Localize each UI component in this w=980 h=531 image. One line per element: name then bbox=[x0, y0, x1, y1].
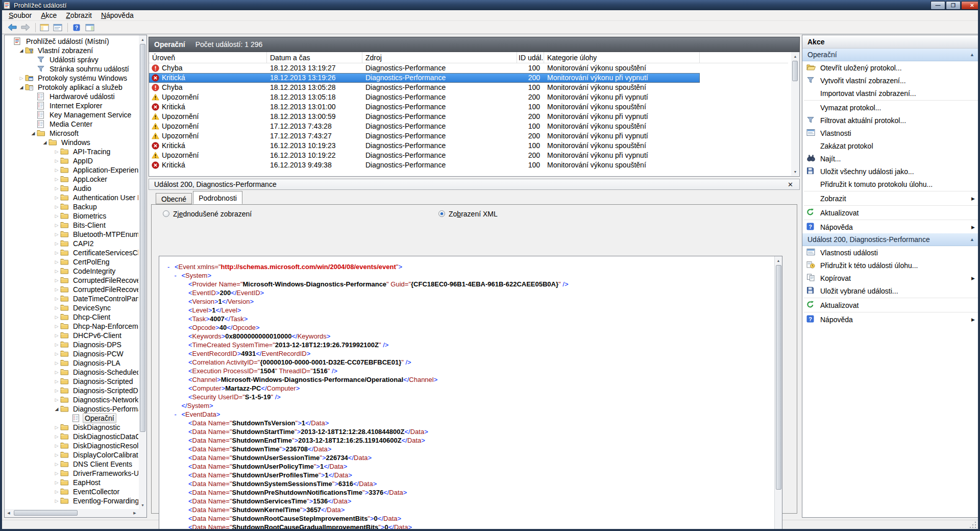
scroll-thumb[interactable] bbox=[776, 265, 781, 490]
list-vertical-scrollbar[interactable]: ▲ ▼ bbox=[791, 52, 799, 176]
event-row[interactable]: Upozornění16.12.2013 10:19:22Diagnostics… bbox=[149, 151, 700, 160]
tree-item[interactable]: ▷Diagnosis-Scheduled bbox=[5, 368, 138, 377]
tree-item[interactable]: ▷DHCPv6-Client bbox=[5, 331, 138, 340]
expander-closed-icon[interactable]: ▷ bbox=[53, 312, 60, 322]
expander-closed-icon[interactable]: ▷ bbox=[53, 294, 60, 303]
column-header-src[interactable]: Zdroj bbox=[362, 52, 517, 63]
event-row[interactable]: Upozornění17.12.2013 7:43:28Diagnostics-… bbox=[149, 122, 700, 131]
expander-closed-icon[interactable]: ▷ bbox=[53, 432, 60, 441]
event-row[interactable]: Chyba18.12.2013 13:19:27Diagnostics-Perf… bbox=[149, 63, 700, 73]
tree-item[interactable]: ▷AppID bbox=[5, 156, 138, 165]
expander-closed-icon[interactable]: ▷ bbox=[53, 147, 60, 156]
tree-item[interactable]: ▷Bits-Client bbox=[5, 221, 138, 230]
tab-obecn[interactable]: Obecné bbox=[156, 193, 192, 204]
menu-item-akce[interactable]: Akce bbox=[36, 10, 61, 20]
tree-horizontal-scrollbar[interactable]: ◀ ▶ bbox=[5, 509, 146, 517]
action-item[interactable]: Najít... bbox=[802, 152, 979, 165]
action-item[interactable]: Vlastnosti události bbox=[802, 246, 979, 259]
action-item[interactable]: ?Nápověda▶ bbox=[802, 221, 979, 233]
event-row[interactable]: Upozornění18.12.2013 13:00:59Diagnostics… bbox=[149, 112, 700, 122]
xml-collapse-toggle[interactable]: - bbox=[175, 271, 182, 280]
tree-item[interactable]: ▷Authentication User Interface bbox=[5, 193, 138, 202]
tree-item[interactable]: ▷Diagnostics-Networking bbox=[5, 395, 138, 404]
expander-closed-icon[interactable]: ▷ bbox=[53, 285, 60, 294]
tree-item[interactable]: ▷Biometrics bbox=[5, 211, 138, 221]
tree-item[interactable]: ◢Diagnostics-Performance bbox=[5, 404, 138, 414]
expander-closed-icon[interactable]: ▷ bbox=[18, 74, 25, 83]
scroll-up-arrow[interactable]: ▲ bbox=[775, 256, 782, 264]
tree-item[interactable]: ▷Dhcp-Client bbox=[5, 312, 138, 322]
expander-open-icon[interactable]: ◢ bbox=[41, 138, 48, 147]
expander-closed-icon[interactable]: ▷ bbox=[53, 423, 60, 432]
tree-vertical-scrollbar[interactable]: ▲ ▼ bbox=[139, 35, 146, 509]
scroll-thumb[interactable] bbox=[792, 61, 798, 81]
expander-closed-icon[interactable]: ▷ bbox=[53, 377, 60, 386]
expander-closed-icon[interactable]: ▷ bbox=[53, 303, 60, 312]
tree-item[interactable]: ▷AppLocker bbox=[5, 175, 138, 184]
expander-closed-icon[interactable]: ▷ bbox=[53, 358, 60, 368]
expander-open-icon[interactable]: ◢ bbox=[18, 83, 25, 92]
tree-item[interactable]: ▷DisplayColorCalibration bbox=[5, 450, 138, 460]
tree-item[interactable]: ▷Dhcp-Nap-Enforcement-Client bbox=[5, 322, 138, 331]
scroll-right-arrow[interactable]: ▶ bbox=[131, 509, 139, 517]
scroll-left-arrow[interactable]: ◀ bbox=[5, 509, 13, 517]
expander-closed-icon[interactable]: ▷ bbox=[53, 331, 60, 340]
action-item[interactable]: Uložit všechny události jako... bbox=[802, 165, 979, 178]
action-group-header[interactable]: Událost 200, Diagnostics-Performance▲ bbox=[802, 233, 979, 246]
show-console-tree-button[interactable] bbox=[38, 22, 51, 33]
event-row[interactable]: Upozornění17.12.2013 7:43:27Diagnostics-… bbox=[149, 131, 700, 141]
expander-closed-icon[interactable]: ▷ bbox=[53, 349, 60, 358]
action-item[interactable]: Aktualizovat bbox=[802, 299, 979, 311]
back-button[interactable] bbox=[6, 22, 18, 33]
tree-item[interactable]: ▷CertPolEng bbox=[5, 257, 138, 267]
tree-item[interactable]: ▷CorruptedFileRecovery-Server bbox=[5, 285, 138, 294]
action-item[interactable]: Vymazat protokol... bbox=[802, 101, 979, 114]
tree-item[interactable]: Key Management Service bbox=[5, 110, 138, 119]
action-item[interactable]: Otevřít uložený protokol... bbox=[802, 61, 979, 74]
tree-item[interactable]: ▷CAPI2 bbox=[5, 239, 138, 248]
expander-closed-icon[interactable]: ▷ bbox=[53, 257, 60, 267]
tab-podrobnosti[interactable]: Podrobnosti bbox=[193, 191, 242, 204]
expander-closed-icon[interactable]: ▷ bbox=[53, 450, 60, 460]
expander-closed-icon[interactable]: ▷ bbox=[53, 368, 60, 377]
expander-closed-icon[interactable]: ▷ bbox=[53, 395, 60, 404]
show-action-pane-button[interactable] bbox=[84, 22, 96, 33]
column-header-cat[interactable]: Kategorie úlohy bbox=[544, 52, 700, 63]
tree-item[interactable]: ▷EapHost bbox=[5, 478, 138, 487]
expander-closed-icon[interactable]: ▷ bbox=[53, 322, 60, 331]
xml-collapse-toggle[interactable]: - bbox=[175, 410, 182, 419]
expander-closed-icon[interactable]: ▷ bbox=[53, 239, 60, 248]
action-item[interactable]: Kopírovat▶ bbox=[802, 272, 979, 284]
tree-item[interactable]: Media Center bbox=[5, 119, 138, 129]
tree-item[interactable]: ◢Protokoly aplikací a služeb bbox=[5, 83, 138, 92]
tree-item[interactable]: Stránka souhrnu událostí bbox=[5, 64, 138, 74]
tree-item[interactable]: ▷DiskDiagnosticResolver bbox=[5, 441, 138, 450]
tree-item[interactable]: ▷DiskDiagnosticDataCollector bbox=[5, 432, 138, 441]
expander-closed-icon[interactable]: ▷ bbox=[53, 469, 60, 478]
menu-item-zobrazit[interactable]: Zobrazit bbox=[61, 10, 96, 20]
expander-closed-icon[interactable]: ▷ bbox=[53, 193, 60, 202]
expander-closed-icon[interactable]: ▷ bbox=[53, 230, 60, 239]
tree-item[interactable]: ▷Eventlog-ForwardingPlugin bbox=[5, 496, 138, 505]
export-list-button[interactable] bbox=[52, 22, 64, 33]
event-row[interactable]: Kritická16.12.2013 9:49:38Diagnostics-Pe… bbox=[149, 160, 700, 170]
action-group-header[interactable]: Operační▲ bbox=[802, 49, 979, 61]
expander-closed-icon[interactable]: ▷ bbox=[53, 184, 60, 193]
tree-item[interactable]: Internet Explorer bbox=[5, 101, 138, 110]
expander-closed-icon[interactable]: ▷ bbox=[53, 267, 60, 276]
tree-item[interactable]: ▷DNS Client Events bbox=[5, 460, 138, 469]
tree-item[interactable]: ▷CorruptedFileRecovery-Client bbox=[5, 276, 138, 285]
scroll-down-arrow[interactable]: ▼ bbox=[775, 528, 782, 531]
action-item[interactable]: Filtrovat aktuální protokol... bbox=[802, 114, 979, 127]
expander-open-icon[interactable]: ◢ bbox=[18, 46, 25, 55]
tree-item[interactable]: ▷Diagnosis-Scripted bbox=[5, 377, 138, 386]
column-header-level[interactable]: Úroveň bbox=[149, 52, 267, 63]
tree-item[interactable]: ◢Vlastní zobrazení bbox=[5, 46, 138, 55]
radio-xml-view[interactable] bbox=[438, 210, 445, 217]
radio-friendly-view[interactable] bbox=[163, 210, 169, 217]
event-row[interactable]: Kritická16.12.2013 10:19:23Diagnostics-P… bbox=[149, 141, 700, 151]
expander-open-icon[interactable]: ◢ bbox=[53, 404, 60, 414]
expander-closed-icon[interactable]: ▷ bbox=[53, 441, 60, 450]
tree-item[interactable]: Operační bbox=[5, 414, 138, 423]
expander-closed-icon[interactable]: ▷ bbox=[53, 248, 60, 257]
